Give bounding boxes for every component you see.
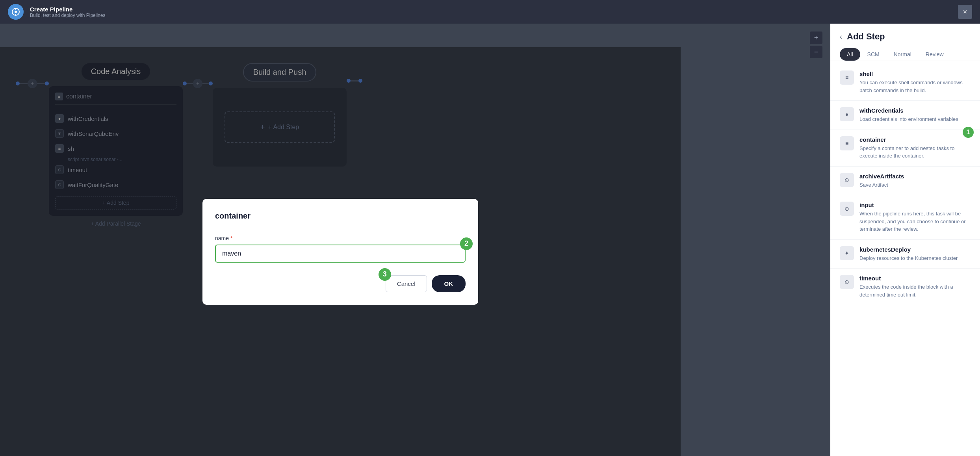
timeout-desc: Executes the code inside the block with … <box>859 283 971 298</box>
zoom-out-button[interactable]: − <box>810 46 822 58</box>
ok-button[interactable]: OK <box>432 275 466 292</box>
timeout-panel-icon: ⊙ <box>840 275 854 289</box>
panel-item-input[interactable]: ⊙ input When the pipeline runs here, thi… <box>830 195 980 240</box>
right-panel: ‹ Add Step All SCM Normal Review ≡ shell… <box>830 24 980 456</box>
shell-content: shell You can execute shell commands or … <box>859 70 971 94</box>
name-input[interactable] <box>215 245 466 263</box>
shell-desc: You can execute shell commands or window… <box>859 79 971 94</box>
pipeline-canvas: + − + Code Analysis ≡ container ● withCr… <box>0 24 830 456</box>
badge-3: 3 <box>379 268 391 281</box>
tab-normal[interactable]: Normal <box>887 48 919 61</box>
panel-item-timeout[interactable]: ⊙ timeout Executes the code inside the b… <box>830 269 980 305</box>
required-star: * <box>230 235 232 241</box>
withCredentials-panel-name: withCredentials <box>859 107 958 114</box>
panel-item-archiveArtifacts[interactable]: ⊙ archiveArtifacts Save Artifact <box>830 167 980 196</box>
shell-icon: ≡ <box>840 70 854 85</box>
topbar: Create Pipeline Build, test and deploy w… <box>0 0 980 24</box>
panel-item-container[interactable]: ≡ container Specify a container to add n… <box>830 130 980 167</box>
archiveArtifacts-content: archiveArtifacts Save Artifact <box>859 173 904 189</box>
panel-item-shell[interactable]: ≡ shell You can execute shell commands o… <box>830 64 980 101</box>
topbar-title-group: Create Pipeline Build, test and deploy w… <box>30 6 105 18</box>
container-panel-desc: Specify a container to add nested tasks … <box>859 145 971 160</box>
modal-overlay: container name * 2 3 <box>0 47 681 456</box>
input-desc: When the pipeline runs here, this task w… <box>859 210 971 233</box>
archiveArtifacts-name: archiveArtifacts <box>859 173 904 180</box>
panel-item-kubernetesDeploy[interactable]: ✦ kubernetesDeploy Deploy resources to t… <box>830 240 980 269</box>
input-panel-icon: ⊙ <box>840 202 854 216</box>
container-panel-icon: ≡ <box>840 136 854 150</box>
close-button[interactable]: × <box>958 5 972 19</box>
panel-title: Add Step <box>847 32 885 42</box>
withCredentials-content: withCredentials Load credentials into en… <box>859 107 958 123</box>
cancel-button[interactable]: Cancel <box>386 275 427 292</box>
tab-review[interactable]: Review <box>919 48 951 61</box>
withCredentials-panel-icon: ● <box>840 107 854 121</box>
withCredentials-panel-desc: Load credentials into environment variab… <box>859 115 958 123</box>
panel-items: ≡ shell You can execute shell commands o… <box>830 61 980 456</box>
modal-field-name: name * 2 <box>215 235 466 263</box>
timeout-content: timeout Executes the code inside the blo… <box>859 275 971 298</box>
modal-actions: 3 Cancel OK <box>215 275 466 292</box>
timeout-name: timeout <box>859 275 971 282</box>
archiveArtifacts-icon: ⊙ <box>840 173 854 187</box>
kubernetesDeploy-content: kubernetesDeploy Deploy resources to the… <box>859 246 958 262</box>
input-name: input <box>859 202 971 208</box>
kubernetesDeploy-name: kubernetesDeploy <box>859 246 958 253</box>
tab-scm[interactable]: SCM <box>860 48 887 61</box>
archiveArtifacts-desc: Save Artifact <box>859 181 904 189</box>
badge-1: 1 <box>963 127 974 138</box>
modal-title: container <box>215 211 466 227</box>
app-logo <box>8 4 24 20</box>
canvas-controls: + − <box>810 32 822 58</box>
panel-item-withCredentials[interactable]: ● withCredentials Load credentials into … <box>830 101 980 130</box>
page-subtitle: Build, test and deploy with Pipelines <box>30 13 105 18</box>
container-content: container Specify a container to add nes… <box>859 136 971 160</box>
badge-2: 2 <box>460 237 473 250</box>
container-panel-name: container <box>859 136 971 143</box>
input-wrapper: 2 <box>215 245 466 263</box>
panel-back-button[interactable]: ‹ <box>840 33 842 41</box>
panel-tabs: All SCM Normal Review <box>830 42 980 61</box>
tab-all[interactable]: All <box>840 48 860 61</box>
svg-point-1 <box>15 11 17 13</box>
kubernetesDeploy-desc: Deploy resources to the Kubernetes clust… <box>859 254 958 262</box>
panel-header: ‹ Add Step <box>830 24 980 42</box>
page-title: Create Pipeline <box>30 6 105 13</box>
zoom-in-button[interactable]: + <box>810 32 822 44</box>
kubernetesDeploy-icon: ✦ <box>840 246 854 260</box>
shell-name: shell <box>859 70 971 77</box>
field-label: name * <box>215 235 466 241</box>
ok-badge-wrapper: 3 Cancel <box>386 275 427 292</box>
input-content: input When the pipeline runs here, this … <box>859 202 971 233</box>
container-modal: container name * 2 3 <box>202 199 478 305</box>
